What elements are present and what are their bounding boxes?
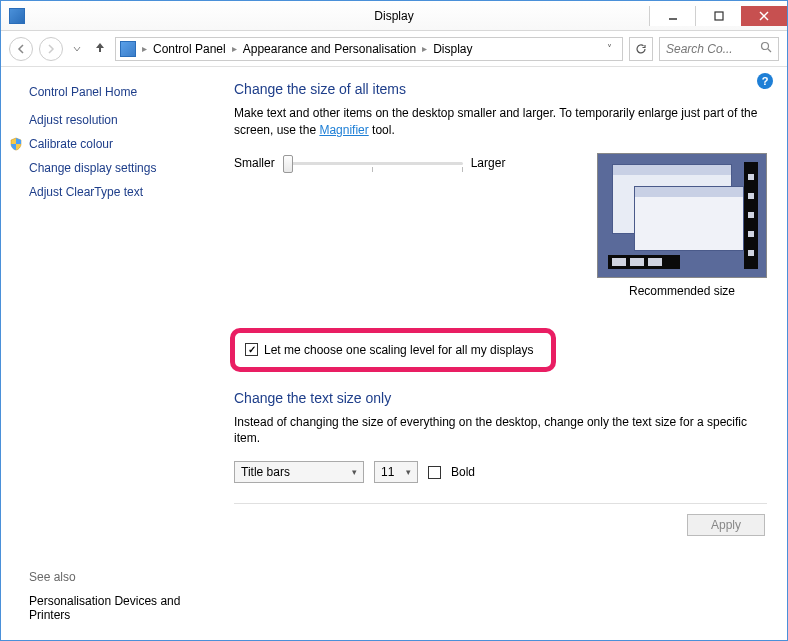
breadcrumb-item[interactable]: Control Panel (153, 42, 226, 56)
apply-button[interactable]: Apply (687, 514, 765, 536)
desc-text-size: Instead of changing the size of everythi… (234, 414, 767, 448)
search-placeholder: Search Co... (666, 42, 733, 56)
chevron-down-icon: ▾ (406, 467, 411, 477)
magnifier-link[interactable]: Magnifier (319, 123, 368, 137)
search-input[interactable]: Search Co... (659, 37, 779, 61)
bold-checkbox[interactable] (428, 466, 441, 479)
size-slider-block: Smaller Larger (234, 153, 505, 173)
item-dropdown[interactable]: Title bars ▾ (234, 461, 364, 483)
svg-line-5 (768, 49, 771, 52)
refresh-button[interactable] (629, 37, 653, 61)
search-icon[interactable] (760, 41, 772, 56)
sidebar: Control Panel Home Adjust resolution Cal… (1, 67, 216, 640)
scaling-checkbox-label[interactable]: Let me choose one scaling level for all … (264, 343, 533, 357)
content: ? Change the size of all items Make text… (216, 67, 787, 640)
change-display-settings-link[interactable]: Change display settings (29, 161, 204, 175)
scaling-checkbox[interactable] (245, 343, 258, 356)
monitor-icon (120, 41, 136, 57)
breadcrumb-item[interactable]: Appearance and Personalisation (243, 42, 416, 56)
navbar: ▸ Control Panel ▸ Appearance and Persona… (1, 31, 787, 67)
chevron-right-icon[interactable]: ▸ (140, 43, 149, 54)
preview-block: Recommended size (597, 153, 767, 298)
personalisation-link[interactable]: Personalisation (29, 594, 111, 608)
chevron-right-icon[interactable]: ▸ (230, 43, 239, 54)
slider-min-label: Smaller (234, 156, 275, 170)
svg-point-4 (762, 43, 769, 50)
scaling-highlight: Let me choose one scaling level for all … (230, 328, 556, 372)
breadcrumb[interactable]: ▸ Control Panel ▸ Appearance and Persona… (115, 37, 623, 61)
help-icon[interactable]: ? (757, 73, 773, 89)
preview-label: Recommended size (597, 284, 767, 298)
adjust-resolution-link[interactable]: Adjust resolution (29, 113, 204, 127)
adjust-cleartype-link[interactable]: Adjust ClearType text (29, 185, 204, 199)
control-panel-home-link[interactable]: Control Panel Home (29, 85, 204, 99)
titlebar: Display (1, 1, 787, 31)
heading-change-size: Change the size of all items (234, 81, 767, 97)
recent-dropdown[interactable] (69, 37, 85, 61)
forward-button[interactable] (39, 37, 63, 61)
heading-text-size: Change the text size only (234, 390, 767, 406)
see-also: See also Personalisation Devices and Pri… (29, 570, 209, 622)
chevron-down-icon: ▾ (352, 467, 357, 477)
size-slider[interactable] (283, 153, 463, 173)
window-title: Display (1, 9, 787, 23)
body: Control Panel Home Adjust resolution Cal… (1, 67, 787, 640)
breadcrumb-item[interactable]: Display (433, 42, 472, 56)
text-size-controls: Title bars ▾ 11 ▾ Bold (234, 461, 767, 483)
shield-icon (9, 137, 23, 151)
divider (234, 503, 767, 504)
breadcrumb-dropdown[interactable]: ˅ (601, 43, 618, 54)
bold-label[interactable]: Bold (451, 465, 475, 479)
preview-image (597, 153, 767, 278)
up-button[interactable] (91, 40, 109, 57)
slider-thumb[interactable] (283, 155, 293, 173)
desc-change-size: Make text and other items on the desktop… (234, 105, 767, 139)
calibrate-colour-link[interactable]: Calibrate colour (29, 137, 113, 151)
back-button[interactable] (9, 37, 33, 61)
chevron-right-icon[interactable]: ▸ (420, 43, 429, 54)
size-dropdown[interactable]: 11 ▾ (374, 461, 418, 483)
slider-max-label: Larger (471, 156, 506, 170)
see-also-header: See also (29, 570, 209, 584)
